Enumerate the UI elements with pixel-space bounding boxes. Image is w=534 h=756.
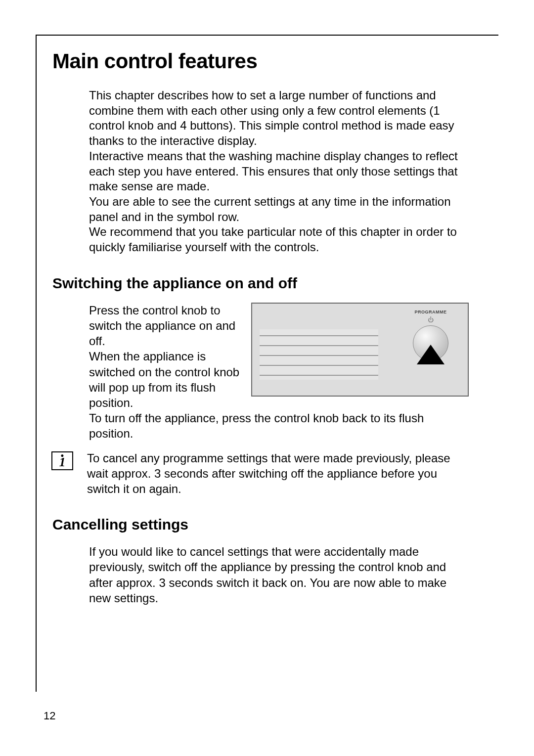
control-knob-graphic <box>413 325 448 361</box>
display-line <box>260 345 378 346</box>
intro-paragraph-2: Interactive means that the washing machi… <box>89 149 469 194</box>
info-text: To cancel any programme settings that we… <box>87 450 469 497</box>
switching-body-2: When the appliance is switched on the co… <box>89 349 241 410</box>
switching-text-column: Press the control knob to switch the app… <box>89 303 241 410</box>
cancelling-body: If you would like to cancel settings tha… <box>89 544 469 606</box>
switching-row: Press the control knob to switch the app… <box>89 303 469 410</box>
intro-paragraph-3: You are able to see the current settings… <box>89 194 469 224</box>
display-line <box>260 365 378 366</box>
section-title-switching: Switching the appliance on and off <box>52 275 498 292</box>
switching-body-3: To turn off the appliance, press the con… <box>89 410 469 441</box>
page-frame: Main control features This chapter descr… <box>36 35 498 692</box>
info-icon-letter: 1 <box>59 455 66 470</box>
up-arrow-icon <box>417 345 445 364</box>
intro-paragraph-4: We recommend that you take particular no… <box>89 224 469 255</box>
switching-body-1: Press the control knob to switch the app… <box>89 303 241 349</box>
section-title-cancelling: Cancelling settings <box>52 516 498 533</box>
page-number: 12 <box>44 710 55 722</box>
info-row: 1 To cancel any programme settings that … <box>51 450 469 497</box>
knob-label: PROGRAMME <box>403 310 458 314</box>
page-title: Main control features <box>52 49 498 73</box>
knob-area: PROGRAMME ⏻ <box>403 310 458 361</box>
display-panel-graphic <box>260 329 378 380</box>
intro-block: This chapter describes how to set a larg… <box>89 88 469 255</box>
display-line <box>260 335 378 336</box>
display-line <box>260 375 378 376</box>
page-content: Main control features This chapter descr… <box>37 49 498 606</box>
control-panel-figure: PROGRAMME ⏻ <box>251 303 469 397</box>
info-icon: 1 <box>51 451 73 470</box>
intro-paragraph-1: This chapter describes how to set a larg… <box>89 88 469 149</box>
power-icon: ⏻ <box>403 316 458 323</box>
display-line <box>260 355 378 356</box>
